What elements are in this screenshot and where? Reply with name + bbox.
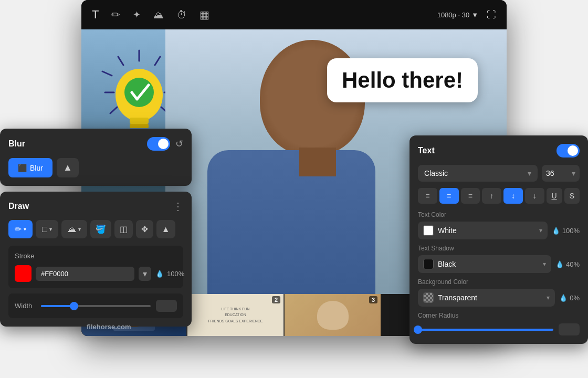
width-section: Width 5: [8, 293, 183, 318]
draw-cursor-button[interactable]: ▲: [156, 220, 175, 238]
width-label: Width: [15, 302, 36, 310]
width-slider-thumb[interactable]: [70, 302, 78, 310]
draw-more-button[interactable]: ⋮: [173, 200, 183, 213]
valign-bottom-button[interactable]: ↓: [525, 188, 544, 204]
blur-panel-header: Blur ↺: [8, 137, 183, 151]
font-chevron-icon: ▾: [528, 169, 531, 177]
text-panel-title: Text: [418, 146, 556, 155]
stroke-opacity-value: 100%: [167, 270, 184, 278]
draw-title: Draw: [8, 202, 173, 211]
whiteboard-preview: LIFE THINK FUN EDUCATION FRIENDS GOALS E…: [208, 306, 263, 324]
text-color-chevron-icon: ▾: [539, 227, 542, 234]
text-shadow-row: Text Shadow Black ▾ 💧 40%: [418, 245, 580, 273]
stroke-dropdown-button[interactable]: ▾: [139, 267, 151, 281]
draw-panel: Draw ⋮ ✏ ▾ □ ▾ ⛰ ▾ 🪣 ◫ ✥ ▲ Stroke: [0, 192, 192, 327]
draw-bucket-button[interactable]: 🪣: [90, 220, 111, 238]
align-row: ≡ ≡ ≡ ↑ ↕ ↓ U S: [418, 188, 580, 204]
width-row: Width 5: [15, 300, 177, 312]
blur-button-label: Blur: [30, 164, 43, 172]
corner-radius-row: 0: [418, 323, 580, 335]
draw-move-button[interactable]: ✥: [136, 220, 153, 238]
cursor-icon: ▲: [162, 225, 170, 234]
text-shadow-opacity: 💧 40%: [555, 260, 580, 268]
draw-eraser-button[interactable]: ◫: [114, 220, 133, 238]
corner-radius-thumb[interactable]: [414, 326, 422, 334]
size-select[interactable]: 36 ▾: [542, 165, 580, 182]
stroke-controls: ▾ 💧 100%: [15, 265, 177, 282]
text-toggle[interactable]: [556, 144, 580, 158]
blur-title: Blur: [8, 139, 147, 149]
corner-radius-slider[interactable]: [418, 329, 553, 331]
person-body: [207, 150, 375, 294]
draw-tool-icon[interactable]: ✏: [111, 8, 120, 21]
text-color-label: Text Color: [418, 211, 580, 218]
fullscreen-button[interactable]: ⛶: [487, 9, 496, 20]
text-tool-icon[interactable]: T: [92, 8, 99, 22]
corner-radius-section: Corner Radius 0: [418, 312, 580, 335]
thumb-2-number: 2: [272, 296, 280, 303]
fill-chevron-icon: ▾: [78, 226, 81, 232]
bg-color-control[interactable]: Transparent ▾: [418, 289, 555, 307]
thumb-3-number: 3: [369, 296, 377, 303]
text-shadow-chevron-icon: ▾: [543, 260, 546, 268]
speech-bubble-text: Hello there!: [342, 68, 463, 92]
watermark-text: filehorse.com: [87, 323, 131, 331]
align-right-button[interactable]: ≡: [461, 188, 480, 204]
blur-tool-icon[interactable]: ⛰: [153, 9, 164, 21]
blur-mosaic-button[interactable]: ⬛ Blur: [8, 158, 52, 177]
stroke-hex-input[interactable]: [36, 267, 134, 281]
blur-grid-icon: ⬛: [18, 164, 27, 172]
text-color-swatch: [423, 225, 434, 236]
pen-icon: ✏: [15, 224, 22, 234]
width-slider[interactable]: [41, 305, 151, 307]
timer-tool-icon[interactable]: ⏱: [176, 9, 187, 21]
text-color-row: Text Color White ▾ 💧 100%: [418, 211, 580, 239]
size-chevron-icon: ▾: [572, 169, 575, 177]
align-left-button[interactable]: ≡: [418, 188, 437, 204]
align-center-button[interactable]: ≡: [439, 188, 459, 204]
opacity-icon: 💧: [155, 270, 164, 278]
resolution-button[interactable]: 1080p · 30 ▼: [437, 11, 478, 19]
chevron-down-icon: ▾: [24, 226, 26, 232]
bg-color-label: Background Color: [418, 278, 580, 286]
bg-color-row: Background Color Transparent ▾ 💧 0%: [418, 278, 580, 307]
draw-shape-button[interactable]: □ ▾: [36, 220, 58, 238]
blur-reset-button[interactable]: ↺: [175, 138, 183, 150]
blur-panel: Blur ↺ ⬛ Blur ▲: [0, 129, 192, 186]
blur-tools: ⬛ Blur ▲: [8, 158, 183, 177]
valign-top-button[interactable]: ↑: [482, 188, 501, 204]
blur-toggle[interactable]: [147, 137, 170, 151]
shape-chevron-icon: ▾: [49, 226, 52, 232]
bg-color-swatch: [423, 292, 434, 303]
stroke-section: Stroke ▾ 💧 100%: [8, 246, 183, 288]
stroke-color-swatch[interactable]: [15, 265, 32, 282]
timeline-thumb-3[interactable]: 3: [284, 294, 381, 336]
person-neck: [299, 148, 336, 176]
text-shadow-control[interactable]: Black ▾: [418, 255, 551, 273]
stroke-opacity-control: 💧 100%: [155, 270, 184, 278]
underline-button[interactable]: U: [547, 188, 562, 204]
size-value: 36: [546, 169, 554, 177]
draw-fill-button[interactable]: ⛰ ▾: [61, 220, 87, 238]
effects-tool-icon[interactable]: ▦: [200, 8, 209, 21]
magic-tool-icon[interactable]: ✦: [133, 9, 141, 20]
timeline-thumb-2[interactable]: LIFE THINK FUN EDUCATION FRIENDS GOALS E…: [186, 294, 284, 336]
width-slider-fill: [41, 305, 74, 307]
strikethrough-button[interactable]: S: [564, 188, 580, 204]
text-color-control[interactable]: White ▾: [418, 222, 548, 239]
text-shadow-value: Black: [438, 260, 539, 268]
width-value-input[interactable]: 5: [156, 300, 177, 312]
bg-opacity-value: 0%: [570, 294, 580, 302]
move-icon: ✥: [141, 225, 148, 234]
text-color-opacity: 💧 100%: [552, 227, 580, 235]
draw-pen-button[interactable]: ✏ ▾: [8, 220, 33, 238]
font-select[interactable]: Classic ▾: [418, 165, 538, 182]
corner-radius-input[interactable]: 0: [559, 323, 580, 335]
valign-middle-button[interactable]: ↕: [503, 188, 523, 204]
blur-cursor-button[interactable]: ▲: [57, 158, 79, 177]
text-shadow-swatch: [423, 259, 434, 269]
font-value: Classic: [424, 169, 448, 177]
shape-icon: □: [42, 225, 47, 234]
resolution-label: 1080p · 30: [437, 11, 469, 19]
text-opacity-value: 100%: [562, 227, 580, 235]
